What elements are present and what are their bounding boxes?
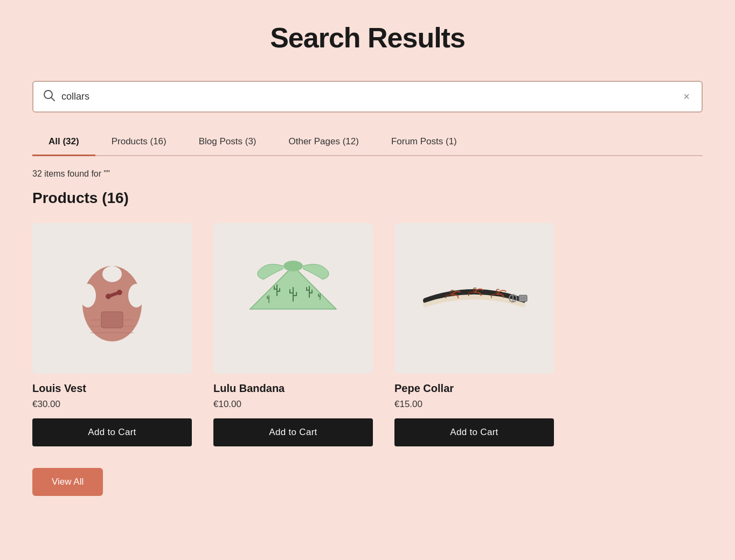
- svg-point-15: [283, 261, 303, 271]
- svg-point-4: [102, 266, 122, 282]
- add-to-cart-button-0[interactable]: Add to Cart: [32, 418, 192, 446]
- product-price-1: €10.00: [213, 399, 373, 410]
- tab-all[interactable]: All (32): [32, 129, 95, 156]
- svg-point-6: [128, 284, 144, 307]
- product-card-pepe-collar: Pepe Collar €15.00 Add to Cart: [394, 223, 554, 446]
- products-grid: Louis Vest €30.00 Add to Cart: [32, 223, 703, 446]
- product-image-pepe-collar: [394, 223, 554, 374]
- tab-products[interactable]: Products (16): [95, 129, 183, 156]
- product-price-2: €15.00: [394, 399, 554, 410]
- tab-forum[interactable]: Forum Posts (1): [375, 129, 473, 156]
- tabs-container: All (32) Products (16) Blog Posts (3) Ot…: [32, 129, 703, 156]
- svg-line-1: [52, 98, 55, 101]
- add-to-cart-button-2[interactable]: Add to Cart: [394, 418, 554, 446]
- product-image-louis-vest: [32, 223, 192, 374]
- products-section-title: Products (16): [32, 190, 703, 207]
- product-name-0: Louis Vest: [32, 382, 192, 395]
- view-all-button[interactable]: View All: [32, 468, 103, 496]
- page-title: Search Results: [32, 22, 703, 54]
- search-bar: ×: [32, 81, 703, 113]
- svg-point-0: [44, 90, 52, 99]
- product-name-1: Lulu Bandana: [213, 382, 373, 395]
- product-price-0: €30.00: [32, 399, 192, 410]
- product-name-2: Pepe Collar: [394, 382, 554, 395]
- search-input[interactable]: [61, 91, 681, 102]
- results-summary: 32 items found for "": [32, 169, 703, 179]
- product-image-lulu-bandana: [213, 223, 373, 374]
- product-card-louis-vest: Louis Vest €30.00 Add to Cart: [32, 223, 192, 446]
- product-card-lulu-bandana: Lulu Bandana €10.00 Add to Cart: [213, 223, 373, 446]
- tab-blog[interactable]: Blog Posts (3): [183, 129, 273, 156]
- search-clear-button[interactable]: ×: [681, 90, 692, 103]
- search-icon: [43, 89, 55, 104]
- tab-pages[interactable]: Other Pages (12): [273, 129, 375, 156]
- svg-point-5: [80, 284, 96, 307]
- add-to-cart-button-1[interactable]: Add to Cart: [213, 418, 373, 446]
